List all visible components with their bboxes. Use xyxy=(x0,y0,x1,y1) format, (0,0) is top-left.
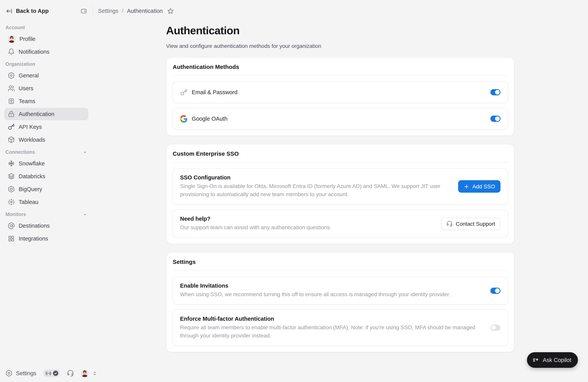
sidebar-item-bigquery[interactable]: BigQuery xyxy=(4,183,88,195)
row-description: When using SSO, we recommend turning thi… xyxy=(180,290,483,298)
grid-icon xyxy=(8,235,15,242)
email-password-toggle[interactable] xyxy=(490,89,501,95)
sidebar-item-label: Databricks xyxy=(19,173,45,180)
sidebar-item-label: Teams xyxy=(19,98,35,104)
method-label: Google OAuth xyxy=(192,116,486,122)
contact-support-button[interactable]: Contact Support xyxy=(441,217,501,230)
user-avatar[interactable] xyxy=(81,369,89,377)
bell-icon xyxy=(8,48,15,55)
sidebar-item-label: General xyxy=(19,72,39,79)
copilot-sparkle-icon xyxy=(532,357,539,363)
sidebar-panel-toggle-icon[interactable] xyxy=(81,8,87,14)
tableau-icon xyxy=(8,199,15,205)
id-badge-icon xyxy=(8,98,15,105)
key-icon xyxy=(180,89,188,96)
sidebar-section-account: Account xyxy=(4,22,88,33)
chevron-down-icon xyxy=(83,212,87,217)
sidebar-nav: Account Profile Notifications Organizati… xyxy=(4,22,88,364)
breadcrumb: Settings / Authentication xyxy=(98,8,174,14)
hexagon-nut-icon xyxy=(8,72,15,79)
contact-support-label: Contact Support xyxy=(456,221,495,227)
method-row-email-password: Email & Password xyxy=(172,81,508,103)
sidebar-item-users[interactable]: Users xyxy=(4,82,88,95)
row-description: Our support team can assist with any aut… xyxy=(180,224,433,232)
sidebar-item-label: Snowflake xyxy=(19,160,45,167)
profile-avatar xyxy=(8,35,16,43)
sidebar-item-authentication[interactable]: Authentication xyxy=(4,108,88,120)
method-row-google-oauth: Google OAuth xyxy=(172,108,508,130)
back-to-app-label: Back to App xyxy=(16,8,49,14)
enforce-mfa-toggle[interactable] xyxy=(490,325,501,331)
sidebar-item-label: Users xyxy=(19,85,33,91)
topbar-divider xyxy=(93,6,93,16)
ask-copilot-button[interactable]: Ask Copilot xyxy=(527,352,578,368)
sidebar-item-label: Integrations xyxy=(19,235,48,242)
arrow-left-from-line-icon xyxy=(6,8,12,14)
breadcrumb-separator: / xyxy=(122,8,124,14)
sidebar-item-label: Destinations xyxy=(19,223,50,229)
connection-status-pill[interactable] xyxy=(43,369,60,377)
sidebar-item-tableau[interactable]: Tableau xyxy=(4,196,88,208)
enable-invitations-row: Enable Invitations When using SSO, we re… xyxy=(172,276,508,305)
sidebar-item-teams[interactable]: Teams xyxy=(4,95,88,107)
app-root: Back to App Settings / Authentication Ac… xyxy=(0,0,588,382)
ask-copilot-label: Ask Copilot xyxy=(543,357,571,363)
radio-waves-icon xyxy=(46,370,52,376)
card-header: Settings xyxy=(167,253,514,270)
footer-settings-label[interactable]: Settings xyxy=(16,370,36,376)
sso-configuration-row: SSO Configuration Single Sign-On is avai… xyxy=(172,168,508,205)
check-circle-icon xyxy=(53,370,59,376)
sidebar-item-snowflake[interactable]: Snowflake xyxy=(4,157,88,170)
google-icon xyxy=(180,115,188,122)
enable-invitations-toggle[interactable] xyxy=(490,287,501,294)
sidebar-item-label: API Keys xyxy=(19,124,42,130)
breadcrumb-authentication[interactable]: Authentication xyxy=(127,8,163,14)
add-sso-button[interactable]: Add SSO xyxy=(458,180,501,193)
topbar-left: Back to App xyxy=(0,8,93,14)
sidebar-item-label: Authentication xyxy=(19,111,54,117)
back-to-app-button[interactable]: Back to App xyxy=(6,8,49,14)
row-title: Need help? xyxy=(180,216,433,222)
sidebar-section-monitors[interactable]: Monitors xyxy=(4,209,88,220)
enforce-mfa-row: Enforce Multi-factor Authentication Requ… xyxy=(172,309,508,346)
key-icon xyxy=(8,123,15,130)
favorite-star-icon[interactable] xyxy=(168,8,174,14)
sidebar-item-databricks[interactable]: Databricks xyxy=(4,170,88,182)
snowflake-icon xyxy=(8,160,15,167)
sidebar-item-profile[interactable]: Profile xyxy=(4,33,88,45)
card-authentication-methods: Authentication Methods Email & Password xyxy=(166,57,514,136)
chevron-down-icon xyxy=(83,150,87,154)
card-header: Custom Enterprise SSO xyxy=(167,144,514,162)
layers-icon xyxy=(8,173,15,180)
row-title: Enforce Multi-factor Authentication xyxy=(180,316,483,322)
google-oauth-toggle[interactable] xyxy=(490,116,501,122)
top-bar: Back to App Settings / Authentication xyxy=(0,0,588,22)
sidebar-item-destinations[interactable]: Destinations xyxy=(4,220,88,232)
sidebar-item-api-keys[interactable]: API Keys xyxy=(4,121,88,133)
page-title: Authentication xyxy=(166,24,514,37)
row-description: Require all team members to enable multi… xyxy=(180,323,483,340)
sidebar-item-label: Workloads xyxy=(19,137,45,143)
sidebar: Account Profile Notifications Organizati… xyxy=(0,22,93,382)
headset-icon xyxy=(446,221,453,227)
breadcrumb-settings[interactable]: Settings xyxy=(98,8,118,14)
page-subtitle: View and configure authentication method… xyxy=(166,43,514,49)
sidebar-item-notifications[interactable]: Notifications xyxy=(4,45,88,58)
sidebar-section-organization: Organization xyxy=(4,58,88,69)
sidebar-item-workloads[interactable]: Workloads xyxy=(4,134,88,146)
sidebar-item-label: Notifications xyxy=(19,49,49,55)
sidebar-section-connections[interactable]: Connections xyxy=(4,146,88,157)
sidebar-item-integrations[interactable]: Integrations xyxy=(4,232,88,245)
method-label: Email & Password xyxy=(192,89,486,95)
settings-hexagon-icon[interactable] xyxy=(5,370,12,377)
add-sso-label: Add SSO xyxy=(472,183,495,190)
at-sign-icon xyxy=(8,222,15,229)
lock-icon xyxy=(8,111,15,117)
sidebar-item-general[interactable]: General xyxy=(4,69,88,82)
need-help-row: Need help? Our support team can assist w… xyxy=(172,209,508,238)
sidebar-item-label: Profile xyxy=(20,36,35,42)
users-icon xyxy=(8,85,15,92)
row-title: Enable Invitations xyxy=(180,283,483,289)
headset-icon[interactable] xyxy=(67,370,74,377)
row-title: SSO Configuration xyxy=(180,174,450,180)
